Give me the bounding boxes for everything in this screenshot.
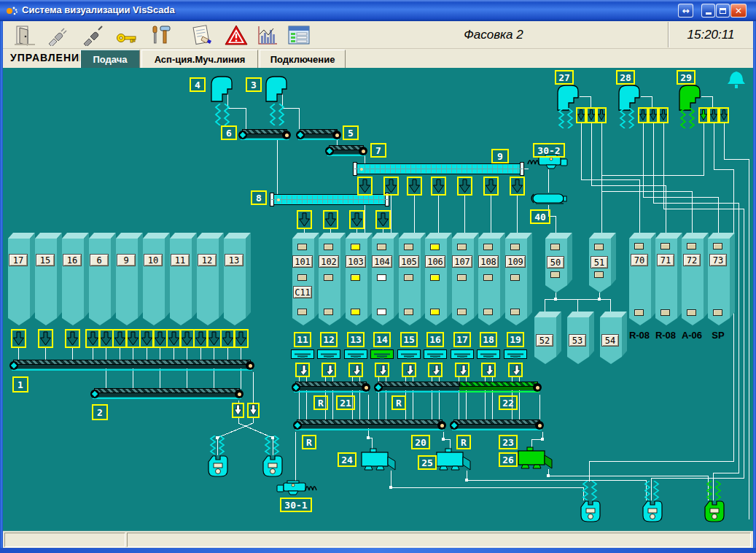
key-icon[interactable] (111, 23, 143, 47)
silo-label[interactable]: 52 (536, 334, 553, 347)
tab-podkluchenie[interactable]: Подключение (260, 50, 346, 68)
pneumatic-machine[interactable] (517, 446, 553, 470)
slide-gate-valve[interactable] (233, 329, 249, 348)
feeder-gate[interactable] (397, 349, 421, 359)
disconnect-icon[interactable] (77, 23, 109, 47)
tools-icon[interactable] (144, 23, 176, 47)
slide-gate-valve[interactable] (357, 177, 373, 196)
silo-label[interactable]: 73 (709, 254, 727, 266)
diverter-valve[interactable] (402, 363, 416, 377)
silo-label[interactable]: 71 (657, 254, 674, 266)
silo-label[interactable]: 54 (601, 334, 619, 347)
slide-gate-valve[interactable] (125, 329, 141, 348)
process-tag[interactable]: R (302, 435, 316, 449)
process-tag[interactable]: 21 (336, 395, 355, 410)
belt-conveyor[interactable] (296, 128, 341, 141)
title-bar[interactable]: Система визуализации VisScada ↔ ✕ (0, 0, 756, 21)
slide-gate-valve[interactable] (65, 329, 80, 348)
feeder-gate[interactable] (451, 349, 474, 359)
silo-label[interactable]: 72 (683, 254, 701, 266)
silo-label[interactable]: 12 (198, 254, 217, 266)
slide-gate-valve[interactable] (206, 329, 222, 348)
process-tag[interactable]: 12 (320, 332, 338, 347)
silo-label[interactable]: 11 (171, 254, 190, 266)
silo-label[interactable]: 103 (346, 255, 366, 268)
process-tag[interactable]: 13 (347, 332, 365, 347)
process-tag[interactable]: 4 (190, 77, 206, 92)
silo-label[interactable]: 109 (505, 255, 526, 268)
diverter-valve[interactable] (428, 363, 443, 377)
process-tag[interactable]: 15 (400, 332, 418, 347)
process-tag[interactable]: 27 (555, 70, 574, 85)
silo-label[interactable]: 15 (36, 254, 55, 266)
process-tag[interactable]: 20 (411, 435, 430, 449)
filter-machine[interactable] (210, 74, 235, 102)
feeder-gate[interactable] (477, 349, 500, 359)
belt-conveyor[interactable] (238, 128, 291, 141)
process-tag[interactable]: 16 (426, 332, 444, 347)
silo-label[interactable]: 17 (9, 254, 28, 266)
belt-conveyor[interactable] (9, 359, 254, 371)
outlet-valve[interactable] (709, 107, 719, 123)
silo-label[interactable]: 107 (452, 255, 472, 268)
diverter-valve[interactable] (348, 363, 363, 377)
silo-label[interactable]: 13 (225, 254, 243, 266)
process-tag[interactable]: 14 (373, 332, 391, 347)
feeder-gate[interactable] (344, 349, 367, 359)
filter-machine[interactable] (556, 83, 581, 111)
process-tag[interactable]: 2 (92, 404, 108, 420)
process-tag[interactable]: 11 (294, 332, 311, 347)
report-icon[interactable] (283, 23, 315, 47)
feeder-gate[interactable] (424, 349, 447, 359)
process-tag[interactable]: 7 (370, 143, 386, 158)
journal-icon[interactable] (187, 23, 219, 47)
packer-machine[interactable] (642, 500, 663, 522)
process-tag[interactable]: 17 (453, 332, 471, 347)
packer-machine[interactable] (704, 500, 725, 522)
silo-label[interactable]: 102 (319, 255, 339, 268)
slide-gate-valve[interactable] (375, 210, 391, 229)
slide-gate-valve[interactable] (457, 177, 472, 196)
restore-button[interactable]: ↔ (678, 4, 693, 18)
packer-machine[interactable] (207, 455, 229, 477)
two-way-valve[interactable] (247, 403, 260, 418)
silo-label[interactable]: 16 (63, 254, 82, 266)
close-button[interactable]: ✕ (730, 4, 747, 18)
slide-gate-valve[interactable] (38, 329, 53, 348)
feeder-gate[interactable] (504, 349, 527, 359)
outlet-valve[interactable] (596, 107, 607, 123)
silo-label[interactable]: 51 (591, 256, 608, 268)
slide-gate-valve[interactable] (323, 210, 338, 229)
diverter-valve[interactable] (375, 363, 389, 377)
trends-icon[interactable] (251, 23, 283, 47)
process-tag[interactable]: R (391, 395, 406, 410)
process-tag[interactable]: 22 (499, 395, 518, 410)
process-tag[interactable]: 24 (338, 452, 356, 467)
silo-label[interactable]: 9 (117, 254, 136, 266)
silo-label[interactable]: 105 (399, 255, 419, 268)
silo-label[interactable]: 50 (547, 256, 564, 268)
slide-gate-valve[interactable] (431, 177, 446, 196)
silo-label[interactable]: 108 (478, 255, 499, 268)
silo-label[interactable]: 104 (372, 255, 392, 268)
screw-conveyor[interactable] (354, 163, 523, 174)
silo-label[interactable]: 101 (292, 255, 313, 268)
filter-machine[interactable] (617, 83, 642, 111)
slide-gate-valve[interactable] (483, 177, 499, 196)
silo-label[interactable]: 53 (569, 334, 586, 347)
belt-conveyor[interactable] (292, 381, 370, 393)
slide-gate-valve[interactable] (349, 210, 365, 229)
slide-gate-valve[interactable] (152, 329, 168, 348)
feeder-gate[interactable] (317, 349, 340, 359)
process-tag[interactable]: 18 (480, 332, 497, 347)
minimize-button[interactable] (701, 4, 715, 18)
diverter-valve[interactable] (508, 363, 523, 377)
feeder-gate[interactable] (370, 349, 394, 359)
process-tag[interactable]: 6 (221, 125, 237, 140)
diverter-valve[interactable] (481, 363, 496, 377)
process-tag[interactable]: 19 (507, 332, 524, 347)
slide-gate-valve[interactable] (510, 177, 525, 196)
alarm-bell-icon[interactable] (726, 70, 747, 90)
silo-label[interactable]: 10 (144, 254, 163, 266)
filter-machine[interactable] (678, 83, 703, 111)
